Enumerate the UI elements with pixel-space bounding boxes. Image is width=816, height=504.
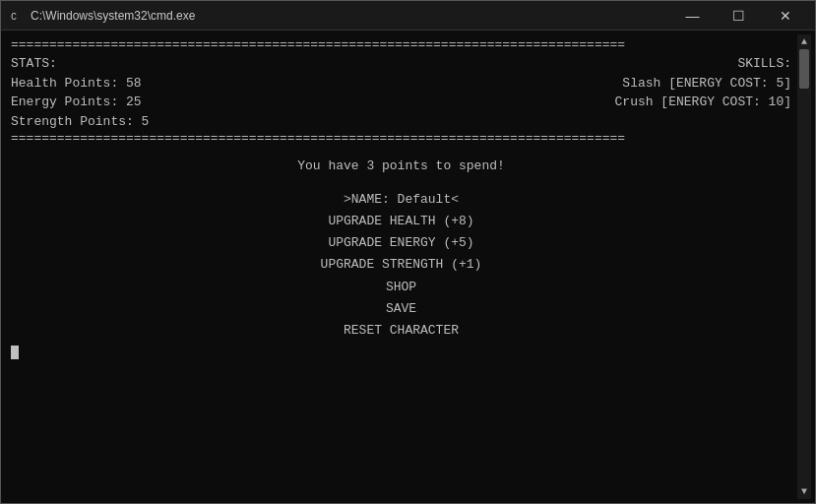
menu-upgrade-energy: UPGRADE ENERGY (+5): [11, 232, 791, 254]
terminal-content: ========================================…: [5, 34, 797, 499]
stats-skills-row: STATS: Health Points: 58 Energy Points: …: [11, 54, 791, 131]
points-message: You have 3 points to spend!: [11, 154, 791, 179]
strength-points: Strength Points: 5: [11, 112, 149, 132]
scroll-down-arrow[interactable]: ▼: [797, 486, 811, 497]
stats-section: STATS: Health Points: 58 Energy Points: …: [11, 54, 149, 131]
menu-upgrade-strength: UPGRADE STRENGTH (+1): [11, 254, 791, 276]
separator-line: ========================================…: [11, 131, 791, 146]
menu-shop: SHOP: [11, 277, 791, 298]
titlebar-left: C C:\Windows\system32\cmd.exe: [9, 8, 195, 24]
energy-points: Energy Points: 25: [11, 93, 149, 112]
maximize-button[interactable]: ☐: [717, 1, 761, 31]
svg-text:C: C: [11, 12, 17, 23]
menu-save: SAVE: [11, 298, 791, 320]
scrollbar[interactable]: ▲ ▼: [797, 34, 811, 499]
terminal-body[interactable]: ========================================…: [1, 31, 815, 503]
menu-upgrade-health: UPGRADE HEALTH (+8): [11, 211, 791, 232]
skill-crush: Crush [ENERGY COST: 10]: [615, 93, 791, 112]
terminal-cursor: [11, 346, 19, 359]
skill-slash: Slash [ENERGY COST: 5]: [615, 74, 791, 94]
minimize-button[interactable]: —: [670, 1, 715, 31]
cmd-icon: C: [9, 8, 25, 24]
cursor-line: [11, 346, 791, 360]
health-points: Health Points: 58: [11, 74, 149, 94]
skills-section: SKILLS: Slash [ENERGY COST: 5] Crush [EN…: [615, 54, 791, 131]
cmd-window: C C:\Windows\system32\cmd.exe — ☐ ✕ ====…: [0, 0, 816, 504]
window-title: C:\Windows\system32\cmd.exe: [31, 9, 195, 23]
skills-label: SKILLS:: [615, 54, 791, 74]
titlebar: C C:\Windows\system32\cmd.exe — ☐ ✕: [1, 1, 815, 31]
close-button[interactable]: ✕: [763, 1, 807, 31]
window-controls: — ☐ ✕: [670, 1, 807, 31]
scroll-up-arrow[interactable]: ▲: [797, 36, 811, 47]
center-content: You have 3 points to spend! >NAME: Defau…: [11, 154, 791, 342]
stats-label: STATS:: [11, 54, 149, 74]
scrollbar-thumb[interactable]: [799, 49, 809, 89]
menu-reset: RESET CHARACTER: [11, 320, 791, 342]
menu-name: >NAME: Default<: [11, 189, 791, 211]
top-divider: ========================================…: [11, 36, 791, 54]
